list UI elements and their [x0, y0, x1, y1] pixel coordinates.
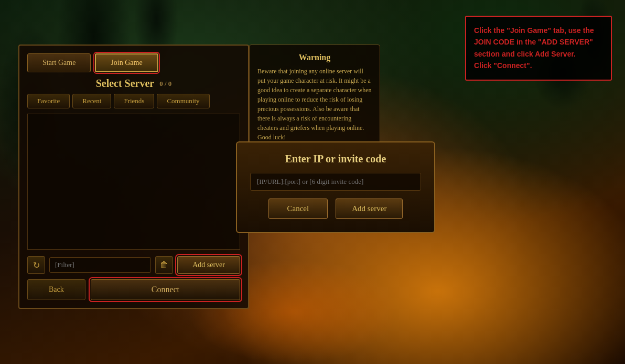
refresh-button[interactable]: ↻: [27, 256, 45, 274]
filter-tab-favorite[interactable]: Favorite: [27, 94, 70, 108]
server-count: 0 / 0: [159, 80, 171, 88]
warning-title: Warning: [257, 53, 372, 62]
action-row: Back Connect: [27, 279, 240, 300]
modal-buttons: Cancel Add server: [250, 198, 421, 219]
tab-join-game[interactable]: Join Game: [95, 53, 158, 72]
filter-tab-friends[interactable]: Friends: [114, 94, 154, 108]
enter-ip-modal: Enter IP or invite code Cancel Add serve…: [236, 141, 435, 233]
filter-tab-community[interactable]: Community: [157, 94, 209, 108]
filter-tabs: Favorite Recent Friends Community: [27, 94, 240, 108]
annotation-line1: Click the "Join Game" tab, use the JOIN …: [474, 25, 603, 60]
ui-layer: Start Game Join Game Select Server 0 / 0…: [0, 0, 625, 364]
refresh-icon: ↻: [33, 260, 40, 270]
annotation-line2: Click "Connect".: [474, 60, 603, 71]
tab-start-game[interactable]: Start Game: [27, 53, 91, 72]
modal-add-server-button[interactable]: Add server: [336, 198, 403, 219]
server-list: [27, 114, 240, 250]
delete-icon: 🗑: [160, 260, 168, 270]
modal-title: Enter IP or invite code: [250, 153, 421, 165]
filter-tab-recent[interactable]: Recent: [72, 94, 111, 108]
warning-box: Warning Beware that joining any online s…: [249, 45, 380, 150]
left-panel: Start Game Join Game Select Server 0 / 0…: [18, 45, 249, 309]
select-server-title: Select Server: [96, 78, 155, 90]
bottom-controls: ↻ 🗑 Add server: [27, 256, 240, 274]
delete-button[interactable]: 🗑: [155, 256, 173, 274]
warning-text: Beware that joining any online server wi…: [257, 67, 372, 142]
back-button[interactable]: Back: [27, 279, 85, 300]
add-server-button[interactable]: Add server: [177, 256, 240, 274]
ip-input[interactable]: [250, 173, 421, 191]
filter-input[interactable]: [49, 257, 151, 273]
top-tabs: Start Game Join Game: [27, 53, 240, 72]
select-server-header: Select Server 0 / 0: [27, 78, 240, 90]
modal-cancel-button[interactable]: Cancel: [268, 198, 328, 219]
connect-button[interactable]: Connect: [91, 279, 240, 300]
annotation-box: Click the "Join Game" tab, use the JOIN …: [465, 16, 612, 81]
